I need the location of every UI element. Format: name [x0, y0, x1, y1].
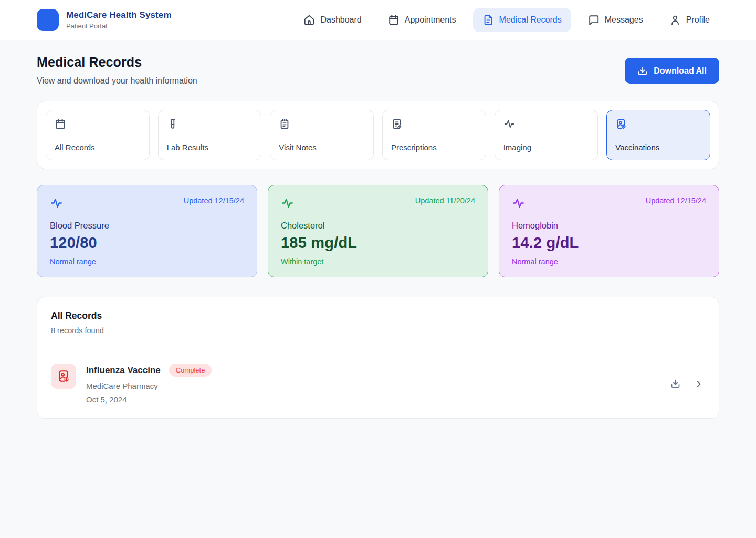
brand: MediCare Health System Patient Portal	[37, 9, 172, 31]
download-icon	[670, 378, 681, 389]
vaccination-icon	[615, 118, 627, 130]
vital-name: Blood Pressure	[50, 221, 244, 231]
record-open-button[interactable]	[692, 378, 705, 390]
records-list-card: All Records 8 records found Influenza Va…	[37, 297, 719, 419]
calendar-icon	[388, 14, 400, 26]
filter-prescriptions[interactable]: Prescriptions	[382, 110, 486, 160]
records-title: All Records	[51, 311, 705, 322]
record-row-influenza-vaccine[interactable]: Influenza Vaccine Complete MediCare Phar…	[37, 349, 719, 418]
vital-card-blood-pressure: Updated 12/15/24 Blood Pressure 120/80 N…	[37, 185, 257, 277]
record-type-filter-bar: All Records Lab Results Visit Notes Pres…	[37, 101, 719, 169]
vital-status: Normal range	[512, 257, 706, 266]
activity-icon	[281, 196, 294, 210]
filter-vaccinations[interactable]: Vaccinations	[606, 110, 710, 160]
nav-item-profile[interactable]: Profile	[660, 8, 719, 32]
nav-item-label: Appointments	[405, 15, 456, 25]
page-head: Medical Records View and download your h…	[37, 55, 719, 86]
main-nav: Dashboard Appointments Medical Records M…	[294, 8, 719, 32]
activity-icon	[512, 196, 525, 210]
filter-label: Lab Results	[167, 143, 208, 152]
vital-card-cholesterol: Updated 11/20/24 Cholesterol 185 mg/dL W…	[268, 185, 488, 277]
record-date: Oct 5, 2024	[86, 395, 212, 404]
vital-card-hemoglobin: Updated 12/15/24 Hemoglobin 14.2 g/dL No…	[499, 185, 719, 277]
filter-visit-notes[interactable]: Visit Notes	[270, 110, 374, 160]
page-subtitle: View and download your health informatio…	[37, 76, 197, 86]
home-icon	[303, 14, 315, 26]
nav-item-label: Messages	[605, 15, 643, 25]
filter-lab-results[interactable]: Lab Results	[158, 110, 262, 160]
calendar-icon	[55, 118, 66, 130]
nav-item-messages[interactable]: Messages	[579, 8, 653, 32]
filter-label: Visit Notes	[279, 143, 316, 152]
record-status-badge: Complete	[169, 364, 212, 377]
brand-tagline: Patient Portal	[66, 22, 172, 30]
vital-name: Cholesterol	[281, 221, 475, 231]
vital-updated: Updated 11/20/24	[415, 196, 475, 205]
notepad-icon	[279, 118, 290, 130]
activity-icon	[50, 196, 63, 210]
user-icon	[669, 14, 681, 26]
filter-label: Prescriptions	[391, 143, 437, 152]
vital-updated: Updated 12/15/24	[184, 196, 244, 205]
chevron-right-icon	[694, 379, 704, 389]
vital-name: Hemoglobin	[512, 221, 706, 231]
file-text-icon	[482, 14, 494, 26]
page-title: Medical Records	[37, 55, 197, 70]
records-head: All Records 8 records found	[37, 297, 719, 349]
record-provider: MediCare Pharmacy	[86, 381, 212, 390]
filter-label: Imaging	[503, 143, 531, 152]
nav-item-appointments[interactable]: Appointments	[379, 8, 466, 32]
file-pen-icon	[391, 118, 403, 130]
download-all-button[interactable]: Download All	[625, 58, 719, 84]
record-download-button[interactable]	[669, 377, 682, 390]
vitals-summary: Updated 12/15/24 Blood Pressure 120/80 N…	[37, 185, 719, 277]
nav-item-label: Medical Records	[499, 15, 562, 25]
download-all-label: Download All	[654, 66, 707, 76]
download-icon	[637, 66, 648, 76]
records-count: 8 records found	[51, 326, 705, 335]
activity-icon	[503, 118, 515, 130]
nav-item-dashboard[interactable]: Dashboard	[294, 8, 371, 32]
filter-label: Vaccinations	[615, 143, 659, 152]
nav-item-label: Dashboard	[320, 15, 361, 25]
vital-updated: Updated 12/15/24	[646, 196, 706, 205]
vital-status: Within target	[281, 257, 475, 266]
vital-value: 185 mg/dL	[281, 234, 475, 252]
nav-item-label: Profile	[686, 15, 710, 25]
filter-label: All Records	[55, 143, 95, 152]
vital-value: 14.2 g/dL	[512, 234, 706, 252]
main-content: Medical Records View and download your h…	[37, 40, 719, 419]
vaccination-icon	[51, 364, 76, 389]
brand-logo	[37, 9, 59, 31]
vital-status: Normal range	[50, 257, 244, 266]
brand-name: MediCare Health System	[66, 10, 172, 20]
message-icon	[588, 14, 600, 26]
test-tube-icon	[167, 118, 178, 130]
nav-item-medical-records[interactable]: Medical Records	[473, 8, 571, 32]
vital-value: 120/80	[50, 234, 244, 252]
filter-all-records[interactable]: All Records	[46, 110, 150, 160]
record-title: Influenza Vaccine	[86, 365, 161, 376]
filter-imaging[interactable]: Imaging	[495, 110, 598, 160]
top-header: MediCare Health System Patient Portal Da…	[0, 0, 756, 40]
